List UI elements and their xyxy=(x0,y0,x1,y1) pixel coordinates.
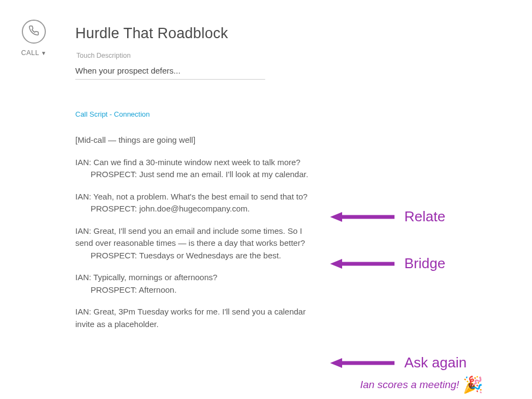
script-line-prospect4: PROSPECT: Afternoon. xyxy=(75,284,321,297)
script-line-prospect1: PROSPECT: Just send me an email. I'll lo… xyxy=(75,168,321,181)
call-type-dropdown[interactable]: CALL ▼ xyxy=(21,49,47,57)
annotation-ask-again: Ask again xyxy=(330,354,467,371)
party-popper-icon: 🎉 xyxy=(463,375,483,394)
script-line-ian4: IAN: Typically, mornings or afternoons? xyxy=(75,271,321,284)
script-line-ian2: IAN: Yeah, not a problem. What's the bes… xyxy=(75,191,321,203)
chevron-down-icon: ▼ xyxy=(41,50,46,56)
sidebar: CALL ▼ xyxy=(16,20,51,57)
script-line-ian3a: IAN: Great, I'll send you an email and i… xyxy=(75,225,321,238)
script-line-prospect2: PROSPECT: john.doe@hugecompany.com. xyxy=(75,203,321,215)
arrow-left-icon xyxy=(330,357,396,369)
annotation-bridge: Bridge xyxy=(330,255,445,272)
call-icon-button[interactable] xyxy=(22,20,46,44)
script-line-ian3b: send over reasonable times — is there a … xyxy=(75,237,321,250)
touch-description-label: Touch Description xyxy=(76,52,532,59)
touch-description-input[interactable] xyxy=(75,66,265,75)
svg-marker-3 xyxy=(330,259,342,269)
script-line-ian5a: IAN: Great, 3Pm Tuesday works for me. I'… xyxy=(75,306,321,318)
main-content: Hurdle That Roadblock Touch Description … xyxy=(75,25,532,330)
call-script-body: [Mid-call — things are going well] IAN: … xyxy=(75,134,321,330)
call-script-link[interactable]: Call Script - Connection xyxy=(75,110,150,118)
page-title: Hurdle That Roadblock xyxy=(75,25,532,42)
annotation-subnote: Ian scores a meeting! 🎉 xyxy=(360,375,483,394)
subnote-text: Ian scores a meeting! xyxy=(360,379,459,391)
annotation-bridge-label: Bridge xyxy=(404,255,445,272)
svg-marker-5 xyxy=(330,358,342,368)
annotation-ask-again-label: Ask again xyxy=(404,354,467,371)
annotation-relate-label: Relate xyxy=(404,208,445,225)
script-line-ian1: IAN: Can we find a 30-minute window next… xyxy=(75,156,321,169)
annotation-relate: Relate xyxy=(330,208,445,225)
script-intro: [Mid-call — things are going well] xyxy=(75,134,321,147)
touch-description-field-wrap xyxy=(75,66,265,80)
script-line-ian5b: invite as a placeholder. xyxy=(75,318,321,331)
call-label: CALL xyxy=(21,49,39,57)
arrow-left-icon xyxy=(330,211,396,223)
phone-icon xyxy=(28,25,39,38)
svg-marker-1 xyxy=(330,212,342,222)
arrow-left-icon xyxy=(330,258,396,270)
script-line-prospect3: PROSPECT: Tuesdays or Wednesdays are the… xyxy=(75,250,321,262)
